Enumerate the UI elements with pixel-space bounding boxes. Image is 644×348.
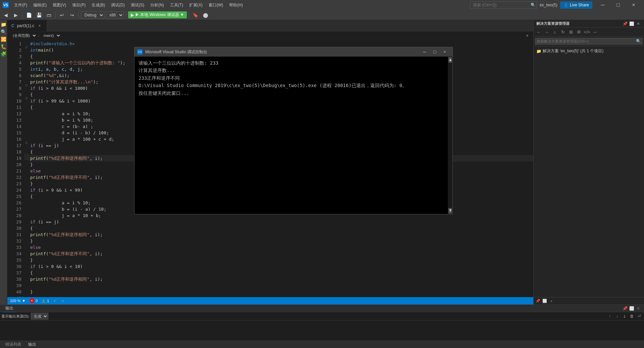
tab-label: part3(1).c — [17, 23, 34, 28]
debug-console-content: 请输入一个三位以内的十进制数: 233 计算其逆序数... 233正序和逆序不同… — [135, 57, 448, 214]
close-button[interactable]: × — [626, 0, 641, 10]
breakpoint-button[interactable]: ⬤ — [201, 11, 210, 19]
solution-search-icon[interactable]: 🔍 — [636, 39, 641, 44]
warning-count-badge[interactable]: ⚠ 1 — [42, 298, 49, 303]
menu-help[interactable]: 帮助(H) — [226, 1, 246, 9]
panel-float-button[interactable]: ⬜ — [629, 305, 635, 311]
filter-icon[interactable]: ⊞ — [567, 28, 575, 36]
fold-8[interactable]: ⊟ — [24, 84, 29, 90]
expand-button[interactable]: + — [524, 32, 531, 39]
tab-close-button[interactable]: × — [37, 23, 42, 28]
code-view-icon[interactable]: </> — [583, 28, 591, 36]
scrollbar-down-button[interactable]: ▼ — [448, 208, 452, 213]
minimize-button[interactable]: ─ — [595, 0, 610, 10]
menu-project[interactable]: 项目(P) — [69, 1, 88, 9]
bookmark-button[interactable]: 🔖 — [191, 11, 200, 19]
output-source-dropdown[interactable]: 生成 — [31, 313, 48, 320]
output-close-button[interactable]: × — [548, 298, 554, 304]
close-panel-button[interactable]: × — [635, 21, 641, 27]
debug-icon[interactable]: 🐛 — [1, 44, 7, 50]
platform-dropdown[interactable]: x86 — [106, 11, 124, 19]
tab-icon: C — [11, 23, 14, 28]
solution-root[interactable]: 📁 解决方案 'ex_two(5)' (共 1 个项目) — [535, 48, 643, 55]
menu-debug[interactable]: 调试(D) — [108, 1, 127, 9]
menu-view[interactable]: 视图(V) — [50, 1, 69, 9]
code-line-30: { — [29, 225, 533, 231]
save-all-button[interactable]: 🗃 — [45, 11, 53, 19]
menu-analyze[interactable]: 分析(N) — [148, 1, 167, 9]
output-float-button[interactable]: ⬜ — [542, 298, 548, 304]
bottom-section: 输出 📌 ⬜ × 显示输出来源(S): 生成 ↑ ↓ ⤓ 🗑 ⏎ — [0, 304, 644, 348]
run-button[interactable]: ▶ ▶ 本地 Windows 调试器 ▼ — [128, 11, 187, 18]
code-line-31: printf("%d正序和逆序相同", i); — [29, 231, 533, 238]
output-pin-button[interactable]: 📌 — [535, 298, 541, 304]
dash-icon[interactable]: ─ — [591, 28, 599, 36]
search-input[interactable] — [470, 1, 537, 9]
menu-edit[interactable]: 编辑(E) — [31, 1, 49, 9]
forward-nav-icon[interactable]: → — [543, 28, 550, 36]
debug-console-scrollbar[interactable]: ▲ ▼ — [448, 57, 452, 214]
editor-tab-part3[interactable]: C part3(1).c × — [7, 20, 47, 31]
code-line-41 — [29, 295, 533, 297]
git-icon[interactable]: 🔀 — [1, 36, 7, 42]
settings-icon[interactable]: ⚙ — [575, 28, 583, 36]
scrollbar-up-button[interactable]: ▲ — [448, 57, 452, 63]
fold-10[interactable]: ⊟ — [24, 96, 29, 103]
solution-tree: 📁 解决方案 'ex_two(5)' (共 1 个项目) — [534, 46, 644, 297]
debug-close-button[interactable]: × — [440, 47, 450, 57]
code-line-33: else — [29, 244, 533, 251]
output-end-button[interactable]: ⤓ — [621, 313, 628, 320]
home-icon[interactable]: ⌂ — [551, 28, 558, 36]
menu-tools[interactable]: 工具(T) — [167, 1, 186, 9]
debug-line-1: 请输入一个三位以内的十进制数: 233 — [139, 59, 444, 67]
zoom-dropdown-icon: ▼ — [22, 299, 25, 303]
solution-search-input[interactable] — [537, 39, 636, 43]
sync-icon[interactable]: ↻ — [559, 28, 567, 36]
explorer-icon[interactable]: 📁 — [1, 21, 7, 27]
undo-button[interactable]: ↩ — [58, 11, 66, 19]
navigate-forward[interactable]: → — [61, 299, 64, 303]
menu-extensions[interactable]: 扩展(X) — [186, 1, 205, 9]
panel-pin-button[interactable]: 📌 — [622, 305, 628, 311]
debug-minimize-button[interactable]: ─ — [420, 47, 430, 57]
output-tab[interactable]: 输出 — [3, 305, 16, 312]
navigate-back[interactable]: ← — [53, 299, 57, 303]
scope-dropdown[interactable]: (全局范围) — [10, 32, 37, 39]
extensions-icon[interactable]: 🧩 — [1, 51, 7, 57]
float-button[interactable]: ⬜ — [629, 21, 635, 27]
error-list-tab[interactable]: 错误列表 — [3, 341, 24, 348]
output-bottom-tab[interactable]: 输出 — [25, 341, 39, 348]
solution-explorer-panel: 解决方案资源管理器 📌 ⬜ × ← → ⌂ ↻ ⊞ ⚙ </> ─ — [533, 20, 644, 304]
menu-file[interactable]: 文件(F) — [11, 1, 30, 9]
debug-maximize-button[interactable]: □ — [430, 47, 440, 57]
fold-2[interactable]: ⊟ — [24, 46, 29, 52]
error-count-badge[interactable]: ✕ 0 — [30, 298, 38, 303]
pin-button[interactable]: 📌 — [622, 21, 628, 27]
redo-button[interactable]: ↪ — [68, 11, 76, 19]
search-icon[interactable]: 🔍 — [531, 3, 536, 7]
output-up-button[interactable]: ↑ — [606, 313, 613, 320]
zoom-level[interactable]: 100 % ▼ — [10, 299, 25, 303]
search-sidebar-icon[interactable]: 🔍 — [1, 29, 7, 35]
menu-build[interactable]: 生成(B) — [89, 1, 108, 9]
fold-17[interactable]: ⊟ — [24, 141, 29, 147]
live-share-button[interactable]: 👤 Live Share — [560, 1, 592, 9]
clear-output-button[interactable]: 🗑 — [629, 313, 635, 320]
menu-window[interactable]: 窗口(W) — [206, 1, 226, 9]
forward-button[interactable]: ▶ — [11, 11, 20, 19]
back-button[interactable]: ◀ — [1, 11, 10, 19]
nav-bar: (全局范围) › main() + — [7, 32, 533, 39]
panel-close-button[interactable]: × — [635, 305, 641, 311]
new-file-button[interactable]: 📄 — [24, 11, 33, 19]
debug-line-5: 按任意键关闭此窗口... — [139, 89, 444, 97]
back-nav-icon[interactable]: ← — [535, 28, 542, 36]
debug-mode-dropdown[interactable]: Debug — [81, 11, 104, 19]
word-wrap-button[interactable]: ⏎ — [636, 313, 643, 320]
maximize-button[interactable]: □ — [610, 0, 626, 10]
menu-test[interactable]: 测试(S) — [128, 1, 147, 9]
function-dropdown[interactable]: main() — [41, 32, 61, 39]
output-down-button[interactable]: ↓ — [614, 313, 621, 320]
scrollbar-track[interactable] — [448, 63, 452, 207]
save-button[interactable]: 💾 — [35, 11, 43, 19]
toolbar-sep-1 — [22, 12, 22, 18]
